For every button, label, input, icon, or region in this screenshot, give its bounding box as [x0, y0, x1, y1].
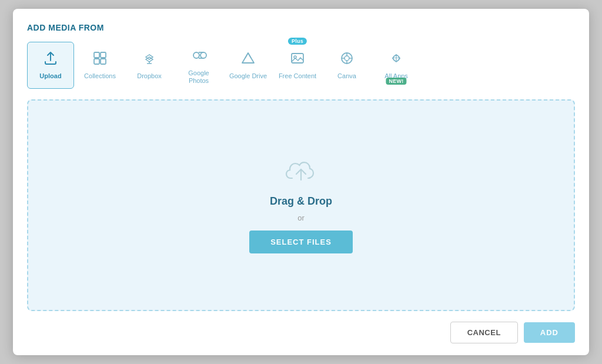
tab-google-drive-label: Google Drive: [229, 72, 267, 80]
cancel-button[interactable]: CANCEL: [450, 322, 518, 343]
add-media-modal: ADD MEDIA FROM Upload Collec: [13, 9, 589, 355]
plus-badge: Plus: [288, 38, 307, 45]
modal-title: ADD MEDIA FROM: [27, 23, 575, 32]
select-files-button[interactable]: SELECT FILES: [249, 231, 353, 253]
add-button[interactable]: ADD: [524, 322, 575, 343]
tab-free-content[interactable]: Plus Free Content: [274, 42, 321, 89]
modal-footer: CANCEL ADD: [27, 322, 575, 343]
drag-drop-label: Drag & Drop: [270, 195, 332, 208]
tab-upload[interactable]: Upload: [27, 42, 74, 89]
svg-rect-2: [94, 59, 99, 64]
google-photos-icon: [190, 47, 207, 66]
canva-icon: [339, 50, 355, 69]
upload-icon: [42, 50, 59, 69]
tab-collections-label: Collections: [84, 72, 116, 80]
or-label: or: [297, 213, 305, 222]
tab-upload-label: Upload: [39, 72, 61, 80]
tab-collections[interactable]: Collections: [76, 42, 123, 89]
svg-rect-0: [94, 52, 99, 58]
new-badge: NEW!: [386, 78, 406, 85]
tab-google-drive[interactable]: Google Drive: [225, 42, 272, 89]
tabs-container: Upload Collections: [27, 42, 575, 90]
tab-free-content-label: Free Content: [279, 72, 316, 80]
tab-canva-label: Canva: [337, 72, 356, 80]
svg-point-18: [345, 56, 349, 61]
svg-line-14: [248, 53, 251, 58]
tab-dropbox[interactable]: Dropbox: [126, 42, 173, 89]
drop-zone[interactable]: Drag & Drop or SELECT FILES: [27, 99, 575, 311]
cloud-upload-icon: [283, 158, 319, 187]
tab-google-photos[interactable]: Google Photos: [175, 42, 222, 90]
tab-dropbox-label: Dropbox: [137, 72, 162, 80]
dropbox-icon: [141, 50, 158, 69]
svg-point-8: [193, 52, 199, 58]
all-apps-icon: [388, 50, 404, 69]
tab-canva[interactable]: Canva: [323, 42, 370, 89]
tab-all-apps[interactable]: All Apps NEW!: [373, 42, 420, 89]
svg-point-11: [200, 52, 206, 58]
svg-rect-1: [101, 52, 106, 58]
free-content-icon: [289, 50, 306, 69]
google-drive-icon: [240, 50, 256, 69]
tab-google-photos-label: Google Photos: [178, 69, 219, 85]
svg-marker-12: [242, 53, 254, 63]
svg-rect-3: [101, 59, 106, 64]
collections-icon: [92, 50, 108, 69]
svg-line-13: [245, 53, 248, 58]
